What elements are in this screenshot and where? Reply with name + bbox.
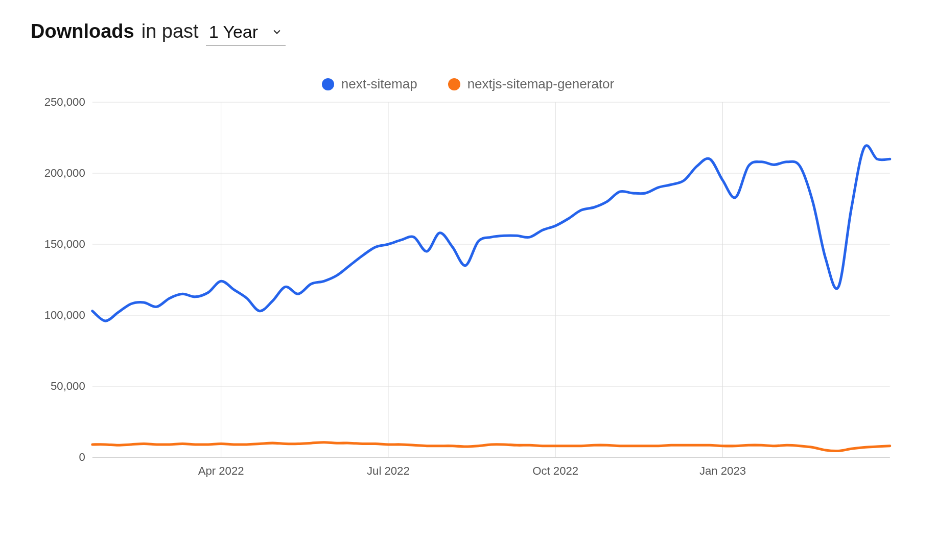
series-1 [92, 442, 890, 451]
legend-swatch-1 [448, 78, 460, 90]
svg-text:200,000: 200,000 [44, 167, 85, 179]
legend-item-0[interactable]: next-sitemap [322, 76, 417, 92]
series-0 [92, 146, 890, 321]
svg-text:150,000: 150,000 [44, 238, 85, 250]
chart-title-row: Downloads in past 1 Year [31, 20, 905, 45]
chevron-down-icon [273, 29, 280, 36]
legend: next-sitemap nextjs-sitemap-generator [31, 76, 905, 92]
chart: 050,000100,000150,000200,000250,000Apr 2… [31, 97, 905, 488]
legend-item-1[interactable]: nextjs-sitemap-generator [448, 76, 615, 92]
svg-text:Jan 2023: Jan 2023 [699, 464, 746, 477]
chart-svg: 050,000100,000150,000200,000250,000Apr 2… [31, 97, 905, 488]
svg-text:Oct 2022: Oct 2022 [532, 464, 578, 477]
title-light: in past [142, 20, 199, 42]
period-select[interactable]: 1 Year [206, 22, 286, 45]
svg-text:Apr 2022: Apr 2022 [198, 464, 244, 477]
legend-label-1: nextjs-sitemap-generator [467, 76, 615, 92]
svg-text:0: 0 [79, 451, 85, 463]
svg-text:Jul 2022: Jul 2022 [367, 464, 410, 477]
legend-swatch-0 [322, 78, 334, 90]
svg-text:250,000: 250,000 [44, 97, 85, 108]
svg-text:50,000: 50,000 [51, 380, 85, 392]
title-bold: Downloads [31, 20, 134, 42]
period-select-value: 1 Year [209, 22, 258, 42]
svg-text:100,000: 100,000 [44, 309, 85, 321]
legend-label-0: next-sitemap [341, 76, 417, 92]
